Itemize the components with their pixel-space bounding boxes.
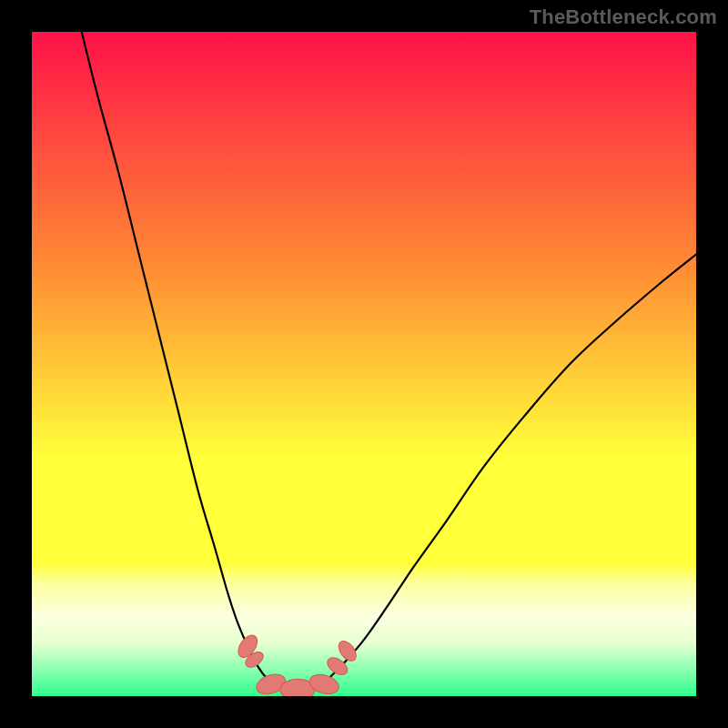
plot-area — [32, 32, 696, 696]
chart-svg — [32, 32, 696, 696]
gradient-background — [32, 32, 696, 696]
watermark-text: TheBottleneck.com — [530, 5, 717, 29]
outer-frame: TheBottleneck.com — [0, 0, 728, 728]
